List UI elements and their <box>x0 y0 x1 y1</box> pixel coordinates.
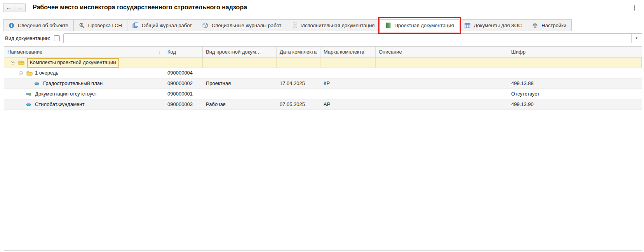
tab-special-work-journals[interactable]: Специальные журналы работ <box>197 19 287 31</box>
cell-code[interactable]: 090000002 <box>164 78 203 89</box>
documentation-kind-combo: ▼ <box>63 33 642 43</box>
kebab-dot <box>634 7 635 9</box>
table-row[interactable]: Документация отсутствует090000001Отсутст… <box>4 89 642 99</box>
tab-content-panel: Вид документации: ▼ Наименование↓КодВид … <box>1 31 644 252</box>
tab-object-info[interactable]: Сведения об объекте <box>3 19 74 31</box>
cell-date[interactable] <box>277 68 320 78</box>
column-header-label: Вид проектной докум… <box>206 47 261 57</box>
cell-desc[interactable] <box>376 99 508 109</box>
cell-kind[interactable] <box>203 57 277 68</box>
table-row[interactable]: Комплекты проектной документации <box>4 57 642 68</box>
documentation-kind-checkbox[interactable] <box>54 35 60 41</box>
expander-icon[interactable] <box>10 61 18 65</box>
cell-mark[interactable]: АР <box>320 99 376 109</box>
cell-name[interactable]: Документация отсутствует <box>4 89 164 99</box>
tab-general-work-journal[interactable]: Общий журнал работ <box>127 19 197 31</box>
navigation-buttons: ← → <box>3 3 26 12</box>
tab-project-documentation[interactable]: Проектная документация <box>380 19 460 31</box>
documentation-kind-input[interactable] <box>63 33 642 43</box>
filter-row: Вид документации: ▼ <box>1 31 644 45</box>
dropdown-button[interactable]: ▼ <box>631 34 642 43</box>
table-header-row: Наименование↓КодВид проектной докум…Дата… <box>4 47 642 57</box>
back-arrow-icon: ← <box>6 4 12 11</box>
forward-button[interactable]: → <box>14 3 26 12</box>
cell-cipher[interactable] <box>508 57 642 68</box>
tab-settings[interactable]: Настройки <box>527 19 572 31</box>
cell-cipher[interactable] <box>508 68 642 78</box>
cell-mark[interactable] <box>320 89 376 99</box>
column-header-label: Марка комплекта <box>324 47 364 57</box>
table-empty-area <box>4 110 642 250</box>
cell-name[interactable]: 1 очередь <box>4 68 164 78</box>
item-icon <box>26 103 33 107</box>
table-row[interactable]: Стилобат.Фундамент090000003Рабочая07.05.… <box>4 99 642 110</box>
cell-date[interactable] <box>277 89 320 99</box>
cell-name[interactable]: Комплекты проектной документации <box>4 57 164 68</box>
cell-date[interactable]: 07.05.2025 <box>277 99 320 109</box>
cell-date[interactable] <box>277 57 320 68</box>
cell-mark[interactable]: КР <box>320 78 376 89</box>
cell-code[interactable]: 090000003 <box>164 99 203 109</box>
tab-label: Настройки <box>541 23 566 28</box>
kebab-dot <box>634 5 635 7</box>
tab-label: Документы для ЗОС <box>474 23 522 28</box>
cell-name[interactable]: Градостроительный план <box>4 78 164 89</box>
cell-cipher[interactable]: Отсутствует <box>508 89 642 99</box>
documentation-kind-label: Вид документации: <box>5 35 50 41</box>
column-header-name[interactable]: Наименование↓ <box>4 47 164 57</box>
column-header-label: Шифр <box>511 47 526 57</box>
cell-desc[interactable] <box>376 78 508 89</box>
column-header-label: Дата комплекта <box>280 47 317 57</box>
documents-table: Наименование↓КодВид проектной докум…Дата… <box>4 46 642 251</box>
tab-gsn-check[interactable]: Проверка ГСН <box>74 19 127 31</box>
column-header-desc[interactable]: Описание <box>376 47 508 57</box>
cell-kind[interactable] <box>203 89 277 99</box>
cell-desc[interactable] <box>376 68 508 78</box>
cell-kind[interactable]: Рабочая <box>203 99 277 109</box>
cell-code[interactable] <box>164 57 203 68</box>
more-menu-button[interactable] <box>632 4 637 11</box>
column-header-kind[interactable]: Вид проектной докум… <box>203 47 277 57</box>
back-button[interactable]: ← <box>3 3 14 12</box>
column-header-code[interactable]: Код <box>164 47 203 57</box>
expander-icon[interactable] <box>19 71 26 75</box>
tab-label: Общий журнал работ <box>142 23 192 28</box>
cell-kind[interactable]: Проектная <box>203 78 277 89</box>
info-icon <box>9 23 14 28</box>
row-name: Комплекты проектной документации <box>30 59 116 65</box>
focused-cell-box: Комплекты проектной документации <box>27 58 119 68</box>
table-row[interactable]: 1 очередь090000004 <box>4 68 642 78</box>
cell-date[interactable]: 17.04.2025 <box>277 78 320 89</box>
document-icon <box>292 23 298 28</box>
column-header-cipher[interactable]: Шифр <box>508 47 642 57</box>
column-header-date[interactable]: Дата комплекта <box>277 47 320 57</box>
cube-icon <box>202 23 208 28</box>
row-name: Стилобат.Фундамент <box>35 99 84 109</box>
tab-zos-documents[interactable]: Документы для ЗОС <box>460 19 527 31</box>
kebab-dot <box>634 9 635 10</box>
cell-kind[interactable] <box>203 68 277 78</box>
tab-label: Сведения об объекте <box>18 23 68 28</box>
cell-cipher[interactable]: 499.13.90 <box>508 99 642 109</box>
cell-code[interactable]: 090000004 <box>164 68 203 78</box>
cell-mark[interactable] <box>320 68 376 78</box>
chevron-down-icon: ▼ <box>635 36 638 40</box>
table-grid-icon <box>465 23 470 28</box>
cell-mark[interactable] <box>320 57 376 68</box>
title-bar: ← → Рабочее место инспектора государстве… <box>0 0 644 19</box>
column-header-mark[interactable]: Марка комплекта <box>320 47 376 57</box>
column-header-label: Наименование <box>7 47 42 57</box>
gear-icon <box>532 23 538 28</box>
cell-desc[interactable] <box>376 57 508 68</box>
green-book-icon <box>385 23 391 28</box>
cell-cipher[interactable]: 499.13.88 <box>508 78 642 89</box>
cell-name[interactable]: Стилобат.Фундамент <box>4 99 164 109</box>
cell-desc[interactable] <box>376 89 508 99</box>
tab-label: Проверка ГСН <box>88 23 122 28</box>
tab-as-built-documentation[interactable]: Исполнительная документация <box>287 19 380 31</box>
page-title: Рабочее место инспектора государственног… <box>33 4 247 11</box>
folder-icon <box>26 71 33 76</box>
column-header-label: Код <box>167 47 176 57</box>
cell-code[interactable]: 090000001 <box>164 89 203 99</box>
table-row[interactable]: Градостроительный план090000002Проектная… <box>4 78 642 89</box>
